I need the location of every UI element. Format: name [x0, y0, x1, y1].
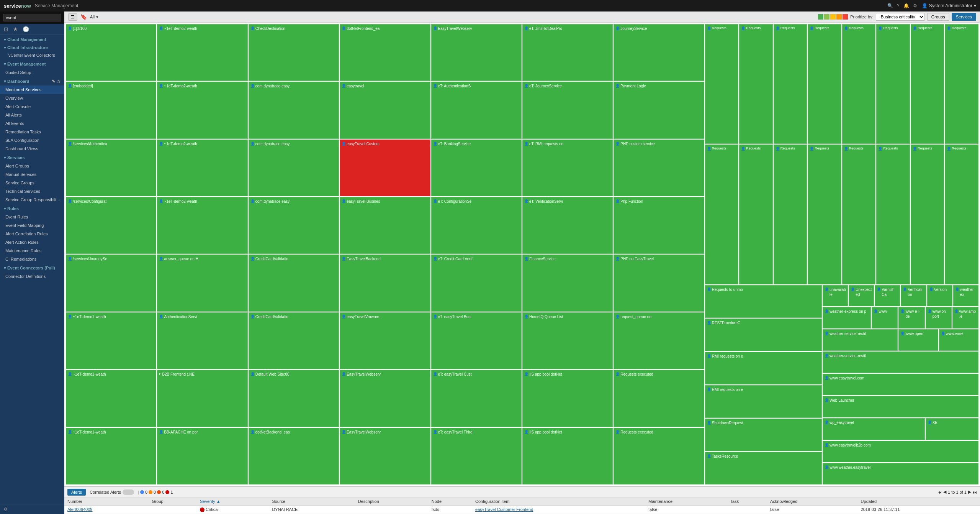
www-open-cell[interactable]: 👤www.open	[898, 329, 938, 351]
www-weather-easytravel-cell[interactable]: 👤www.weather.easytravel.	[823, 463, 978, 484]
correlated-toggle[interactable]	[123, 489, 134, 495]
groups-tab-btn[interactable]: Groups	[927, 13, 949, 21]
service-cell-13[interactable]: 👤eT: JourneyService	[522, 82, 613, 138]
service-cell-36[interactable]: 👤~1eT-demo1-weath	[66, 312, 156, 369]
varnish-ca-cell[interactable]: 👤Varnish Ca	[875, 285, 900, 306]
service-cell-12[interactable]: 👤eT: AuthenticationS	[431, 82, 522, 138]
alert-number-link[interactable]: Alert0064009	[67, 507, 92, 512]
service-cell-50[interactable]: 👤~1eT-demo1-weath	[66, 428, 156, 484]
service-cell-56[interactable]: 👤Requests executed	[614, 428, 704, 484]
service-cell-16[interactable]: 👤~1eT-demo2-weath	[157, 140, 247, 196]
page-next-icon[interactable]: ▶	[968, 489, 971, 494]
service-cell-39[interactable]: 👤easyTravelVmware-	[340, 312, 430, 369]
service-cell-20[interactable]: 👤eT: RMI requests on	[522, 140, 613, 196]
list-view-btn[interactable]: ☰	[68, 13, 77, 21]
www-amp-cell[interactable]: 👤www.amp.e	[952, 307, 978, 328]
requests-cell-7[interactable]: 👤Requests	[911, 24, 944, 144]
user-menu[interactable]: 👤 System Administrator ▾	[922, 3, 976, 8]
service-cell-17[interactable]: 👤com.dynatrace.easy	[249, 140, 339, 196]
requests-large-4[interactable]: 👤Requests	[808, 145, 841, 284]
sidebar-item-maintenance-rules[interactable]: Maintenance Rules	[0, 246, 64, 255]
requests-to-unmo[interactable]: 👤Requests to unmo	[705, 285, 822, 318]
search-icon[interactable]: 🔍	[887, 3, 893, 8]
sidebar-item-ci-remediations[interactable]: CI Remediations	[0, 255, 64, 263]
col-node[interactable]: Node	[429, 498, 472, 506]
service-cell-41[interactable]: 👤HomeIQ Queue List	[522, 312, 613, 369]
service-cell-19[interactable]: 👤eT: BookingService	[431, 140, 522, 196]
col-updated[interactable]: Updated	[858, 498, 980, 506]
requests-cell-6[interactable]: 👤Requests	[876, 24, 910, 144]
sidebar-item-alert-console[interactable]: Alert Console	[0, 102, 64, 111]
requests-large-6[interactable]: 👤Requests	[876, 145, 910, 284]
service-cell-34[interactable]: 👤FinanceService	[522, 255, 613, 311]
service-cell-49[interactable]: 👤Requests executed	[614, 370, 704, 427]
requests-large-5[interactable]: 👤Requests	[842, 145, 876, 284]
sidebar-clock-icon[interactable]: 🕐	[23, 26, 29, 32]
settings-icon[interactable]: ⚙	[913, 3, 917, 8]
xe-cell[interactable]: 👤XE	[926, 418, 978, 440]
sidebar-section-cloud-management[interactable]: ▾ Cloud Management	[0, 35, 64, 44]
sidebar-item-all-alerts[interactable]: All Alerts	[0, 111, 64, 119]
unavailable-cell[interactable]: 👤unavailable	[823, 285, 848, 306]
service-cell-31[interactable]: 👤CreditCardValidatio	[249, 255, 339, 311]
sidebar-search-input[interactable]	[3, 14, 61, 21]
sidebar-item-alert-correlation-rules[interactable]: Alert Correlation Rules	[0, 230, 64, 238]
weather-ex-cell[interactable]: 👤weather-ex	[953, 285, 978, 306]
page-first-icon[interactable]: ⏮	[937, 490, 942, 494]
service-cell-46[interactable]: 👤EasyTravelWebserv	[340, 370, 430, 427]
weather-express-cell[interactable]: 👤weather-express on p	[823, 307, 871, 328]
service-cell-44[interactable]: BB2B Frontend (.NE	[157, 370, 247, 427]
services-tab-btn[interactable]: Services	[952, 13, 976, 21]
sidebar-item-manual-services[interactable]: Manual Services	[0, 170, 64, 179]
www-easytravelb2b-cell[interactable]: 👤www.easytravelb2b.com	[823, 441, 978, 462]
sidebar-item-dashboard-views[interactable]: Dashboard Views	[0, 145, 64, 153]
www-et-de-cell[interactable]: 👤www eT-de	[898, 307, 924, 328]
service-cell-10[interactable]: 👤com.dynatrace.easy	[249, 82, 339, 138]
web-launcher-cell[interactable]: 👤Web Launcher	[823, 396, 978, 417]
service-cell-easy-travel-custom[interactable]: 👤easyTravel Custom	[340, 140, 430, 196]
requests-large-1[interactable]: 👤Requests	[705, 145, 739, 284]
service-cell-33[interactable]: 👤eT: Credit Card Verif	[431, 255, 522, 311]
www-cell[interactable]: 👤www	[872, 307, 898, 328]
service-cell-2[interactable]: 👤~1eT-demo2-weath	[157, 24, 247, 81]
requests-large-2[interactable]: 👤Requests	[739, 145, 773, 284]
col-maintenance[interactable]: Maintenance	[645, 498, 727, 506]
service-cell-15[interactable]: 👤/services/Authentica	[66, 140, 156, 196]
service-cell-9[interactable]: 👤~1eT-demo2-weath	[157, 82, 247, 138]
service-cell-43[interactable]: 👤~1eT-demo1-weath	[66, 370, 156, 427]
alerts-tab-button[interactable]: Alerts	[67, 489, 86, 496]
service-cell-5[interactable]: 👤EasyTravelWebserv	[431, 24, 522, 81]
col-source[interactable]: Source	[269, 498, 355, 506]
service-cell-11[interactable]: 👤easytravel	[340, 82, 430, 138]
col-number[interactable]: Number	[64, 498, 149, 506]
page-prev-icon[interactable]: ◀	[943, 489, 946, 494]
col-config-item[interactable]: Configuration item	[472, 498, 645, 506]
sidebar-section-rules[interactable]: ▾ Rules	[0, 204, 64, 213]
sidebar-star-icon[interactable]: ★	[13, 26, 18, 32]
verification-cell[interactable]: 👤Verification	[901, 285, 926, 306]
weather-service-restif-2[interactable]: 👤weather-service-restif	[823, 351, 978, 373]
service-cell-51[interactable]: 👤BB-APACHE on por	[157, 428, 247, 484]
unexpected-cell[interactable]: 👤Unexpected	[849, 285, 874, 306]
help-icon[interactable]: ?	[897, 3, 900, 8]
weather-service-restif-1[interactable]: 👤weather-service-restif	[823, 329, 898, 351]
service-cell-27[interactable]: 👤eT: VerificationServi	[522, 197, 613, 254]
service-cell-45[interactable]: 👤Default Web Site:80	[249, 370, 339, 427]
service-cell-3[interactable]: 👤CheckDestination	[249, 24, 339, 81]
service-cell-21[interactable]: 👤PHP custom service	[614, 140, 704, 196]
requests-large-7[interactable]: 👤Requests	[911, 145, 944, 284]
restprocedurec[interactable]: 👤RESTProcdureC	[705, 319, 822, 351]
service-cell-8[interactable]: 👤[embedded]	[66, 82, 156, 138]
requests-cell-5[interactable]: 👤Requests	[842, 24, 876, 144]
sidebar-item-service-groups[interactable]: Service Groups	[0, 179, 64, 187]
service-cell-52[interactable]: 👤dotNetBackend_eas	[249, 428, 339, 484]
service-cell-28[interactable]: 👤Php Function	[614, 197, 704, 254]
sidebar-item-remediation-tasks[interactable]: Remediation Tasks	[0, 128, 64, 136]
service-cell-23[interactable]: 👤~1eT-demo2-weath	[157, 197, 247, 254]
requests-cell-8[interactable]: 👤Requests	[945, 24, 978, 144]
requests-cell-1[interactable]: 👤Requests	[705, 24, 739, 144]
sidebar-item-alert-groups[interactable]: Alert Groups	[0, 162, 64, 170]
col-severity[interactable]: Severity ▲	[197, 498, 269, 506]
service-cell-40[interactable]: 👤eT: easyTravel Busi	[431, 312, 522, 369]
sidebar-section-services[interactable]: ▾ Services	[0, 153, 64, 162]
